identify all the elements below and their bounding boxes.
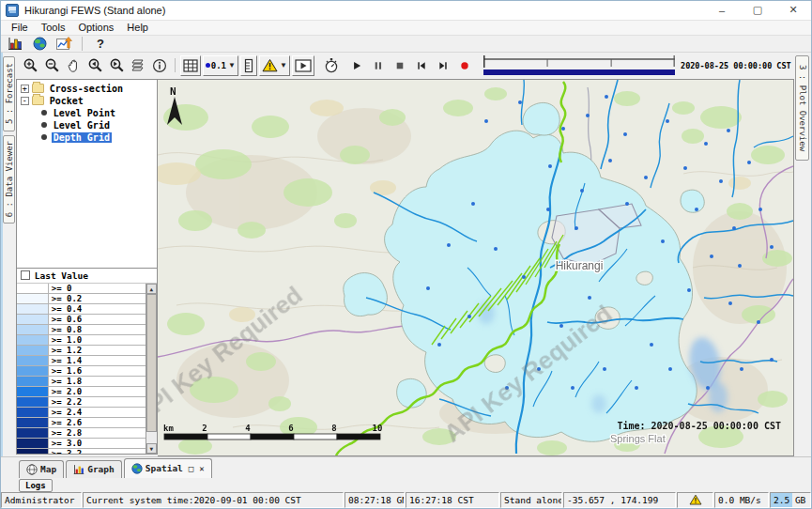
tab-spatial[interactable]: Spatial □ ✕: [124, 458, 212, 478]
go-first-button[interactable]: [411, 54, 433, 76]
layer-tree: + Cross-section - Pocket Level Point: [16, 79, 158, 269]
pause-icon: [372, 59, 385, 72]
record-button[interactable]: [454, 54, 476, 76]
play-button[interactable]: [346, 54, 368, 76]
status-warning[interactable]: [677, 492, 713, 508]
layers-button[interactable]: [128, 54, 149, 76]
map-toolbar: 0.1 ▼ ▼: [16, 53, 794, 79]
right-tab-strip: 3 : Plot Overview: [794, 53, 811, 456]
tree-item-level-point[interactable]: Level Point: [17, 107, 157, 119]
scroll-up-icon[interactable]: ▲: [146, 284, 157, 294]
chevron-down-icon: ▼: [280, 61, 287, 69]
svg-text:2: 2: [202, 424, 207, 433]
tree-item-depth-grid[interactable]: Depth Grid: [17, 131, 157, 144]
legend-swatch: [17, 408, 49, 417]
map-time-label: Time: 2020-08-25 00:00:00 CST: [617, 421, 781, 431]
help-button[interactable]: ?: [90, 36, 111, 52]
pause-button[interactable]: [368, 54, 390, 76]
time-slider[interactable]: [483, 55, 675, 76]
legend-row[interactable]: >= 0.8: [17, 325, 146, 335]
thresholds-button[interactable]: ▼: [259, 55, 290, 76]
left-tab-strip: 5 : Forecast 6 : Data Viewer: [1, 53, 16, 456]
legend-row[interactable]: >= 0.2: [17, 294, 146, 304]
zoom-out-button[interactable]: [41, 54, 63, 76]
menu-file[interactable]: File: [5, 22, 35, 33]
legend-panel: Last Value >= 0 >= 0.2 >= 0.4 >= 0.6 >= …: [16, 269, 158, 455]
legend-row[interactable]: >= 3.0: [17, 439, 146, 449]
tab-data-viewer[interactable]: 6 : Data Viewer: [3, 135, 15, 224]
bottom-tab-area: Map Graph Spatial □: [1, 456, 811, 492]
scrollbar-thumb[interactable]: [146, 294, 157, 432]
menu-options[interactable]: Options: [71, 22, 120, 33]
profile-button[interactable]: [240, 55, 257, 76]
legend-row[interactable]: >= 1.6: [17, 366, 146, 377]
minimize-button[interactable]: –: [704, 1, 740, 20]
menu-help[interactable]: Help: [120, 22, 155, 33]
maximize-button[interactable]: ▢: [740, 1, 775, 20]
timestep-button[interactable]: [321, 54, 343, 76]
statistics-button[interactable]: [5, 36, 25, 52]
logs-tab[interactable]: Logs: [19, 479, 53, 492]
info-icon: [152, 58, 167, 73]
legend-row[interactable]: >= 2.0: [17, 387, 146, 397]
pan-button[interactable]: [63, 54, 84, 76]
toolbar-separator: [82, 37, 83, 51]
data-display-button[interactable]: [54, 36, 74, 52]
legend-row[interactable]: >= 2.2: [17, 397, 146, 408]
legend-row[interactable]: >= 0.4: [17, 304, 146, 315]
tree-item-pocket[interactable]: - Pocket: [17, 95, 157, 107]
legend-row[interactable]: >= 1.8: [17, 377, 146, 387]
tab-forecast[interactable]: 5 : Forecast: [3, 56, 15, 131]
town-label: Hikurangi: [555, 259, 603, 272]
legend-row[interactable]: >= 2.4: [17, 408, 146, 418]
stop-icon: [393, 59, 406, 72]
status-local-time: 16:27:18 CST: [406, 492, 499, 508]
zoom-forward-icon: [109, 57, 125, 73]
last-value-checkbox[interactable]: [21, 270, 30, 280]
legend-row[interactable]: >= 0: [17, 284, 146, 294]
expand-icon[interactable]: +: [21, 85, 29, 93]
tab-graph[interactable]: Graph: [66, 460, 122, 478]
menu-tools[interactable]: Tools: [35, 22, 72, 33]
close-button[interactable]: ✕: [775, 1, 811, 20]
status-mode: Stand alone: [500, 492, 562, 508]
zoom-next-button[interactable]: [106, 54, 128, 76]
legend-row[interactable]: >= 2.6: [17, 418, 146, 428]
bullet-icon: [41, 122, 47, 128]
legend-row[interactable]: >= 1.2: [17, 346, 146, 356]
legend-scrollbar[interactable]: ▲ ▼: [146, 284, 157, 454]
tab-map[interactable]: Map: [19, 460, 64, 478]
legend-row[interactable]: >= 0.6: [17, 315, 146, 325]
zoom-in-button[interactable]: [20, 54, 41, 76]
spatial-display-button[interactable]: [29, 36, 50, 52]
scroll-down-icon[interactable]: ▼: [146, 443, 157, 454]
layers-icon: [130, 58, 146, 73]
legend-row[interactable]: >= 2.8: [17, 428, 146, 439]
legend-row[interactable]: >= 1.0: [17, 335, 146, 346]
warning-triangle-icon: [689, 494, 702, 505]
tree-item-level-grid[interactable]: Level Grid: [17, 119, 157, 131]
legend-row[interactable]: >= 1.4: [17, 356, 146, 366]
tree-item-cross-section[interactable]: + Cross-section: [17, 83, 157, 95]
grid-display-button[interactable]: [180, 55, 201, 76]
toolbar-separator: [175, 58, 176, 72]
go-last-button[interactable]: [433, 54, 454, 76]
legend-swatch: [17, 439, 49, 448]
map-canvas[interactable]: API Key Required API Key Required Hikura…: [158, 79, 794, 456]
legend-table: >= 0 >= 0.2 >= 0.4 >= 0.6 >= 0.8 >= 1.0 …: [17, 284, 146, 454]
animation-button[interactable]: [292, 55, 314, 76]
dot-size-button[interactable]: 0.1 ▼: [203, 55, 238, 76]
legend-swatch: [17, 284, 49, 293]
zoom-previous-button[interactable]: [84, 54, 106, 76]
zoom-out-icon: [44, 57, 60, 73]
tab-maximize-icon[interactable]: □: [189, 464, 193, 473]
bar-chart-icon: [73, 464, 84, 475]
legend-row[interactable]: >= 3.2: [17, 449, 146, 454]
app-icon: [6, 4, 19, 17]
collapse-icon[interactable]: -: [21, 97, 29, 105]
status-download-rate: 0.0 MB/s: [714, 492, 769, 508]
info-button[interactable]: [149, 54, 171, 76]
tab-plot-overview[interactable]: 3 : Plot Overview: [795, 55, 809, 161]
tab-close-icon[interactable]: ✕: [199, 464, 204, 473]
stop-button[interactable]: [390, 54, 411, 76]
